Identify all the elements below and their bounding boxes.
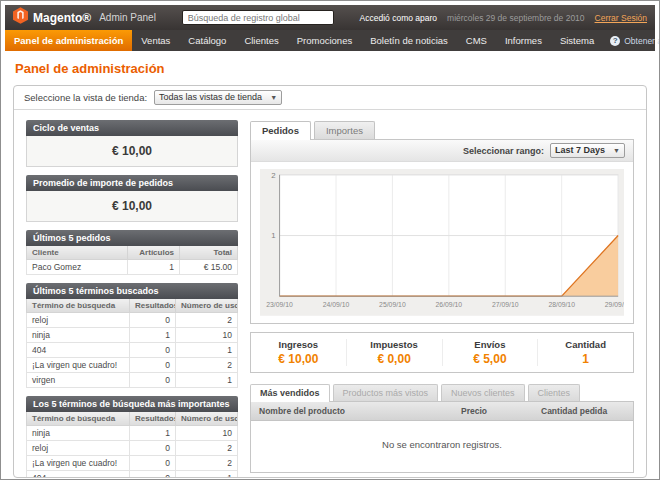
logged-in-as: Accedió como aparo — [360, 13, 438, 23]
range-select[interactable]: Last 7 Days ▼ — [550, 143, 625, 158]
table-cell: reloj — [27, 441, 130, 456]
table-cell: € 15.00 — [180, 260, 238, 275]
global-search-input[interactable] — [182, 10, 334, 25]
store-view-label: Seleccione la vista de tienda: — [24, 92, 147, 103]
page-content: Panel de administración Seleccione la vi… — [5, 51, 655, 478]
top-search-terms-widget: Los 5 términos de búsqueda más important… — [26, 396, 238, 478]
table-header-row: Nombre del productoPrecioCantidad pedida — [251, 402, 633, 421]
orders-chart: 1223/09/1024/09/1025/09/1026/09/1027/09/… — [251, 162, 633, 323]
table-cell: 0 — [130, 456, 176, 471]
column-header: Cantidad pedida — [533, 402, 633, 421]
column-header: Artículos — [128, 246, 180, 260]
table-row: reloj02 — [27, 441, 238, 456]
table-cell: ninja — [27, 328, 130, 343]
table-row: ¡La virgen que cuadro!02 — [27, 456, 238, 471]
nav-item-informes[interactable]: Informes — [496, 30, 551, 51]
nav-item-clientes[interactable]: Clientes — [235, 30, 287, 51]
table-cell: 10 — [176, 426, 238, 441]
table-cell: 404 — [27, 343, 130, 358]
svg-text:29/09/10: 29/09/10 — [605, 301, 624, 308]
column-header: Precio — [453, 402, 533, 421]
stat-label: Ingresos — [251, 339, 346, 350]
average-orders-value: € 10,00 — [26, 191, 238, 222]
svg-text:27/09/10: 27/09/10 — [492, 301, 519, 308]
current-date: miércoles 29 de septiembre de 2010 — [447, 13, 585, 23]
store-view-select[interactable]: Todas las vistas de tienda ▼ — [154, 90, 282, 105]
orders-chart-svg: 1223/09/1024/09/1025/09/1026/09/1027/09/… — [260, 169, 624, 316]
chart-tabs: Pedidos Importes — [250, 120, 634, 139]
column-header: Término de búsqueda — [27, 412, 130, 426]
stat-impuestos: Impuestos€ 0,00 — [346, 339, 442, 366]
table-cell: 1 — [176, 373, 238, 388]
stat-value: € 10,00 — [251, 352, 346, 366]
table-cell: ¡La virgen que cuadro! — [27, 358, 130, 373]
dashboard-sidebar: Ciclo de ventas € 10,00 Promedio de impo… — [26, 120, 238, 478]
nav-item-cms[interactable]: CMS — [457, 30, 496, 51]
stat-label: Envíos — [443, 339, 538, 350]
dashboard-main: Pedidos Importes Seleccionar rango: Last… — [250, 120, 634, 478]
top-search-terms-table: Término de búsquedaResultadosNúmero de u… — [26, 412, 238, 478]
nav-item-panel-de-administración[interactable]: Panel de administración — [5, 30, 132, 51]
help-link[interactable]: ? Obtener ayuda para esta página — [603, 30, 660, 51]
store-view-value: Todas las vistas de tienda — [159, 92, 262, 102]
tab-clientes: Clientes — [528, 384, 581, 402]
widget-title: Últimos 5 términos buscados — [26, 283, 238, 299]
magento-logo-icon — [13, 7, 28, 28]
range-row: Seleccionar rango: Last 7 Days ▼ — [251, 140, 633, 162]
tab-productos-más-vistos: Productos más vistos — [333, 384, 439, 402]
lifetime-sales-widget: Ciclo de ventas € 10,00 — [26, 120, 238, 167]
tab-nuevos-clientes: Nuevos clientes — [441, 384, 525, 402]
range-label: Seleccionar rango: — [463, 146, 544, 156]
svg-text:26/09/10: 26/09/10 — [436, 301, 463, 308]
tab-más-vendidos[interactable]: Más vendidos — [250, 384, 330, 402]
table-cell: virgen — [27, 373, 130, 388]
stat-envíos: Envíos€ 5,00 — [442, 339, 538, 366]
last-search-terms-table: Término de búsquedaResultadosNúmero de u… — [26, 299, 238, 388]
table-cell: 0 — [130, 373, 176, 388]
brand-name: Magento® — [33, 11, 91, 25]
nav-item-promociones[interactable]: Promociones — [288, 30, 361, 51]
column-header: Nombre del producto — [251, 402, 453, 421]
widget-title: Ciclo de ventas — [26, 120, 238, 136]
table-cell: 0 — [130, 471, 176, 479]
table-row: Paco Gomez1€ 15.00 — [27, 260, 238, 275]
stat-value: € 5,00 — [443, 352, 538, 366]
table-cell: 1 — [130, 426, 176, 441]
table-row: 40401 — [27, 471, 238, 479]
nav-item-ventas[interactable]: Ventas — [132, 30, 179, 51]
table-row: ninja110 — [27, 328, 238, 343]
top-header: Magento® Admin Panel Accedió como aparo … — [5, 5, 655, 30]
last-search-terms-widget: Últimos 5 términos buscados Término de b… — [26, 283, 238, 388]
svg-text:24/09/10: 24/09/10 — [323, 301, 350, 308]
last-orders-table: ClienteArtículosTotalPaco Gomez1€ 15.00 — [26, 246, 238, 275]
stat-cantidad: Cantidad1 — [537, 339, 633, 366]
table-cell: 0 — [130, 343, 176, 358]
column-header: Cliente — [27, 246, 128, 260]
last-orders-widget: Últimos 5 pedidos ClienteArtículosTotalP… — [26, 230, 238, 275]
range-value: Last 7 Days — [555, 145, 605, 155]
table-cell: 0 — [130, 313, 176, 328]
stat-value: 1 — [538, 352, 633, 366]
column-header: Resultados — [130, 412, 176, 426]
table-cell: 1 — [130, 328, 176, 343]
table-row: virgen01 — [27, 373, 238, 388]
svg-text:28/09/10: 28/09/10 — [548, 301, 575, 308]
table-cell: ¡La virgen que cuadro! — [27, 456, 130, 471]
nav-item-catálogo[interactable]: Catálogo — [179, 30, 235, 51]
nav-item-boletín-de-noticias[interactable]: Boletín de noticias — [361, 30, 457, 51]
stat-label: Impuestos — [347, 339, 442, 350]
table-cell: 0 — [130, 441, 176, 456]
nav-items: Panel de administraciónVentasCatálogoCli… — [5, 30, 603, 51]
stat-label: Cantidad — [538, 339, 633, 350]
tab-importes[interactable]: Importes — [314, 121, 375, 140]
logout-link[interactable]: Cerrar Sesión — [595, 13, 647, 23]
column-header: Número de usos — [176, 299, 238, 313]
store-view-row: Seleccione la vista de tienda: Todas las… — [14, 86, 646, 110]
nav-item-sistema[interactable]: Sistema — [551, 30, 603, 51]
table-cell: ninja — [27, 426, 130, 441]
bottom-tabs: Más vendidosProductos más vistosNuevos c… — [250, 383, 634, 401]
tab-pedidos[interactable]: Pedidos — [250, 121, 311, 140]
stat-value: € 0,00 — [347, 352, 442, 366]
widget-title: Promedio de importe de pedidos — [26, 175, 238, 191]
products-table: Nombre del productoPrecioCantidad pedida — [251, 402, 633, 421]
